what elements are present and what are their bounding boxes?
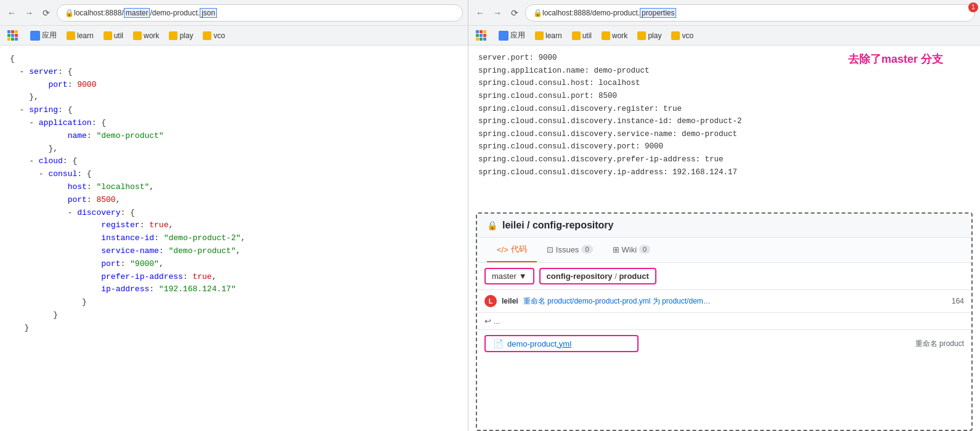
- right-content-area: server.port: 9000 spring.application.nam…: [468, 46, 980, 431]
- left-vco-label: vco: [213, 31, 225, 40]
- code-line-12: - discovery: {: [10, 207, 458, 220]
- code-line-16: port: "9000",: [10, 258, 458, 271]
- code-line-10: host: "localhost",: [10, 181, 458, 194]
- tab-issues-icon: ⊡: [547, 245, 553, 254]
- back-dots: ...: [494, 316, 500, 326]
- code-line-5: - application: {: [10, 117, 458, 130]
- repo-path-text: config-repository / product: [547, 272, 649, 281]
- code-line-21: }: [10, 322, 458, 335]
- right-learn-label: learn: [545, 31, 562, 40]
- code-line-17: prefer-ip-address: true,: [10, 271, 458, 284]
- left-bookmark-play[interactable]: play: [166, 30, 195, 41]
- prop-line-9: spring.cloud.consul.discovery.ip-address…: [478, 166, 970, 179]
- prop-line-5: spring.cloud.consul.discovery.instance-i…: [478, 115, 970, 128]
- file-item-box[interactable]: 📄 demo-product.yml: [484, 335, 639, 352]
- commit-avatar: L: [484, 295, 497, 307]
- left-learn-label: learn: [77, 31, 94, 40]
- left-browser-chrome: ← → ⟳ 🔒 localhost:8888/master/demo-produ…: [0, 0, 468, 26]
- prop-line-7: spring.cloud.consul.discovery.port: 9000: [478, 140, 970, 153]
- left-bookmark-vco[interactable]: vco: [200, 30, 227, 41]
- right-bookmark-learn[interactable]: learn: [533, 30, 565, 41]
- left-url-lock: 🔒: [65, 9, 74, 17]
- commit-message[interactable]: 重命名 product/demo-product-prod.yml 为 prod…: [523, 296, 711, 307]
- prop-line-3: spring.cloud.consul.port: 8500: [478, 90, 970, 103]
- commit-row: L leilei 重命名 product/demo-product-prod.y…: [477, 290, 971, 313]
- left-url-highlight1: master: [124, 8, 150, 18]
- tab-issues[interactable]: ⊡ Issues 0: [537, 238, 603, 262]
- branch-label: master: [492, 272, 517, 281]
- annotation-label: 去除了master 分支: [848, 52, 943, 66]
- right-util-label: util: [582, 31, 592, 40]
- right-bookmark-vco[interactable]: vco: [669, 30, 696, 41]
- tab-code-icon: </>: [497, 245, 508, 254]
- left-play-label: play: [179, 31, 193, 40]
- left-bookmark-apps-label[interactable]: 应用: [28, 29, 59, 42]
- file-doc-icon: 📄: [493, 339, 504, 348]
- right-bookmark-apps[interactable]: [473, 29, 491, 42]
- prop-line-6: spring.cloud.consul.discovery.service-na…: [478, 128, 970, 141]
- repo-overlay: 🔒 leilei / config-repository </> 代码 ⊡ Is…: [476, 212, 973, 431]
- left-address-bar[interactable]: 🔒 localhost:8888/master/demo-product.jso…: [57, 4, 463, 22]
- left-work-label: work: [144, 31, 159, 40]
- forward-button[interactable]: →: [22, 6, 36, 20]
- code-line-6: name: "demo-product": [10, 130, 458, 143]
- right-forward-button[interactable]: →: [491, 6, 504, 20]
- left-util-label: util: [114, 31, 123, 40]
- repo-header: 🔒 leilei / config-repository: [477, 214, 971, 238]
- repo-toolbar: master ▼ config-repository / product: [477, 263, 971, 290]
- repo-title: leilei / config-repository: [502, 220, 613, 231]
- code-line-18: ip-address: "192.168.124.17": [10, 283, 458, 296]
- code-line-15: service-name: "demo-product",: [10, 245, 458, 258]
- left-bookmark-work[interactable]: work: [131, 30, 161, 41]
- tab-wiki-label: Wiki: [622, 245, 637, 254]
- commit-author: leilei: [502, 297, 518, 305]
- prop-line-2: spring.cloud.consul.host: localhost: [478, 77, 970, 90]
- back-row[interactable]: ↩ ...: [477, 313, 971, 330]
- code-line-14: instance-id: "demo-product-2",: [10, 232, 458, 245]
- right-bookmark-util[interactable]: util: [570, 30, 594, 41]
- right-bookmarks-bar: 应用 learn util work play vco: [468, 26, 980, 46]
- tab-issues-badge: 0: [581, 245, 592, 254]
- right-apps-label: 应用: [510, 30, 525, 41]
- left-browser-pane: ← → ⟳ 🔒 localhost:8888/master/demo-produ…: [0, 0, 468, 431]
- refresh-button[interactable]: ⟳: [39, 6, 53, 20]
- left-bookmark-util[interactable]: util: [101, 30, 126, 41]
- right-bookmark-work[interactable]: work: [599, 30, 630, 41]
- code-line-19: }: [10, 296, 458, 309]
- right-url-highlight: properties: [640, 8, 676, 18]
- commit-number: 164: [952, 297, 964, 305]
- left-bookmark-learn[interactable]: learn: [64, 30, 96, 41]
- left-bookmarks-bar: 应用 learn util work play vco: [0, 26, 468, 46]
- right-url-lock: 🔒: [533, 9, 542, 17]
- right-back-button[interactable]: ←: [473, 6, 487, 20]
- code-line-1: - server: {: [10, 66, 458, 79]
- tab-wiki[interactable]: ⊞ Wiki 0: [603, 238, 661, 262]
- repo-lock-icon: 🔒: [487, 220, 497, 230]
- file-row: 📄 demo-product.yml 重命名 product: [477, 330, 971, 357]
- tab-issues-label: Issues: [556, 245, 579, 254]
- right-vco-label: vco: [682, 31, 693, 40]
- left-url-highlight2: json: [200, 8, 217, 18]
- back-arrow-icon: ↩: [484, 316, 491, 326]
- tab-code[interactable]: </> 代码: [487, 238, 537, 262]
- branch-dropdown[interactable]: master ▼: [484, 268, 534, 284]
- left-url-prefix: localhost:8888/: [74, 9, 124, 17]
- code-line-4: - spring: {: [10, 104, 458, 117]
- left-apps-label: 应用: [42, 30, 57, 41]
- tab-wiki-badge: 0: [639, 245, 650, 254]
- code-line-20: }: [10, 309, 458, 322]
- right-bookmark-apps-label[interactable]: 应用: [496, 29, 528, 42]
- left-url-mid: /demo-product.: [150, 9, 200, 17]
- back-button[interactable]: ←: [5, 6, 18, 20]
- tab-wiki-icon: ⊞: [613, 245, 619, 254]
- file-name: demo-product.yml: [507, 339, 571, 348]
- right-refresh-button[interactable]: ⟳: [508, 6, 521, 20]
- code-line-3: },: [10, 91, 458, 104]
- right-bookmark-play[interactable]: play: [635, 30, 664, 41]
- left-bookmark-apps[interactable]: [5, 29, 23, 42]
- code-line-11: port: 8500,: [10, 194, 458, 207]
- right-address-bar[interactable]: 🔒 localhost:8888/demo-product.properties…: [525, 4, 975, 22]
- right-work-label: work: [612, 31, 627, 40]
- repo-path-display: config-repository / product: [539, 268, 656, 284]
- notification-badge: 1: [968, 2, 978, 12]
